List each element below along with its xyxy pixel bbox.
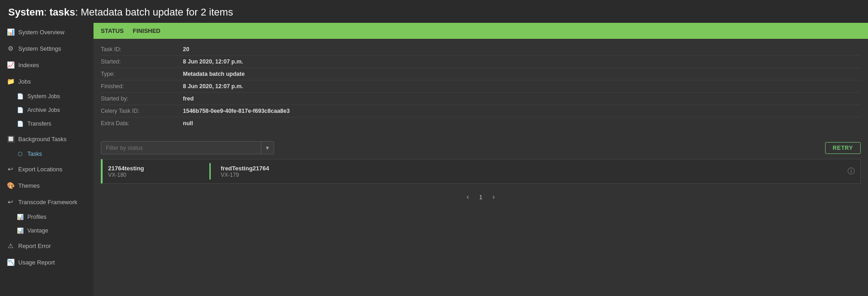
task-details: Task ID: 20 Started: 8 Jun 2020, 12:07 p… [94,39,868,134]
filter-by-status-input[interactable] [101,142,261,154]
system-overview-icon: 📊 [6,28,15,36]
sidebar-label-system-overview: System Overview [18,29,64,36]
export-locations-icon: ↩ [6,165,15,173]
pagination-prev-button[interactable]: ‹ [464,192,472,202]
main-content: Status FINISHED Task ID: 20 Started: 8 J… [94,23,868,296]
detail-row-finished: Finished: 8 Jun 2020, 12:07 p.m. [101,80,861,93]
detail-label-extra-data: Extra Data: [101,120,183,127]
sidebar-item-indexes[interactable]: 📈 Indexes [0,57,94,73]
sidebar-label-tasks: Tasks [27,151,42,157]
filter-row: ▾ RETRY [94,137,868,159]
detail-row-started-by: Started by: fred [101,93,861,105]
status-label: Status [101,27,124,34]
indexes-icon: 📈 [6,61,15,69]
sidebar-label-report-error: Report Error [18,243,51,249]
detail-label-started-by: Started by: [101,95,183,102]
sidebar-label-indexes: Indexes [18,62,39,69]
detail-row-type: Type: Metadata batch update [101,68,861,80]
item-name-2: fredTesting21764 [221,165,312,172]
detail-label-taskid: Task ID: [101,46,183,53]
sidebar-item-system-settings[interactable]: ⚙ System Settings [0,40,94,57]
sidebar-label-archive-jobs: Archive Jobs [27,107,60,113]
sidebar-label-system-jobs: System Jobs [27,93,60,100]
item-details-1: 21764testing VX-180 [108,165,199,178]
sidebar-label-vantage: Vantage [27,227,48,234]
detail-row-extra-data: Extra Data: null [101,117,861,129]
sidebar-item-archive-jobs[interactable]: 📄 Archive Jobs [0,103,94,117]
detail-row-started: Started: 8 Jun 2020, 12:07 p.m. [101,56,861,68]
vantage-icon: 📊 [16,227,24,234]
sidebar-item-themes[interactable]: 🎨 Themes [0,177,94,194]
pagination-next-button[interactable]: › [490,192,498,202]
items-list: 21764testing VX-180 fredTesting21764 VX-… [94,159,868,184]
background-tasks-icon: 🔲 [6,135,15,143]
transfers-icon: 📄 [16,120,24,127]
detail-label-started: Started: [101,58,183,65]
themes-icon: 🎨 [6,181,15,190]
item-id-1: VX-180 [108,172,199,178]
sidebar-item-transfers[interactable]: 📄 Transfers [0,117,94,131]
sidebar-label-transcode-framework: Transcode Framework [18,199,78,206]
detail-value-started-by: fred [183,95,194,102]
sidebar-item-vantage[interactable]: 📊 Vantage [0,224,94,238]
item-name-1: 21764testing [108,165,199,172]
sidebar: 📊 System Overview ⚙ System Settings 📈 In… [0,23,94,296]
page-title-tasks: tasks [50,6,75,18]
sidebar-label-profiles: Profiles [27,214,47,220]
filter-select-wrapper: ▾ [101,141,274,154]
sidebar-item-system-overview[interactable]: 📊 System Overview [0,24,94,40]
sidebar-item-background-tasks[interactable]: 🔲 Background Tasks [0,131,94,147]
info-icon[interactable]: ⓘ [847,167,855,176]
status-value: FINISHED [133,27,161,34]
item-id-2: VX-179 [221,172,312,178]
sidebar-item-tasks[interactable]: ⬡ Tasks [0,147,94,161]
page-title-desc: Metadata batch update for 2 items [81,6,233,18]
item-details-2: fredTesting21764 VX-179 [221,165,312,178]
sidebar-label-usage-report: Usage Report [18,259,55,266]
archive-jobs-icon: 📄 [16,106,24,114]
detail-value-started: 8 Jun 2020, 12:07 p.m. [183,58,243,65]
detail-row-celery-task: Celery Task ID: 1546b758-0ee9-40fe-817e-… [101,105,861,117]
sidebar-label-export-locations: Export Locations [18,166,62,173]
usage-report-icon: 📉 [6,258,15,266]
report-error-icon: ⚠ [6,242,15,250]
sidebar-item-report-error[interactable]: ⚠ Report Error [0,238,94,254]
status-bar: Status FINISHED [94,23,868,39]
pagination: ‹ 1 › [94,185,868,208]
detail-row-taskid: Task ID: 20 [101,43,861,56]
sidebar-item-export-locations[interactable]: ↩ Export Locations [0,161,94,177]
tasks-icon: ⬡ [16,150,24,158]
jobs-icon: 📁 [6,77,15,85]
sidebar-item-jobs[interactable]: 📁 Jobs [0,73,94,90]
detail-label-celery-task: Celery Task ID: [101,108,183,114]
sidebar-item-transcode-framework[interactable]: ↩ Transcode Framework [0,194,94,210]
pagination-current: 1 [475,193,486,201]
detail-label-type: Type: [101,71,183,77]
transcode-framework-icon: ↩ [6,198,15,206]
detail-label-finished: Finished: [101,83,183,90]
detail-value-finished: 8 Jun 2020, 12:07 p.m. [183,83,243,90]
system-jobs-icon: 📄 [16,93,24,100]
system-settings-icon: ⚙ [6,44,15,53]
detail-value-type: Metadata batch update [183,71,244,77]
profiles-icon: 📊 [16,213,24,221]
filter-dropdown-arrow[interactable]: ▾ [261,142,274,154]
detail-value-extra-data: null [183,120,193,127]
sidebar-label-transfers: Transfers [27,121,51,127]
item-separator-1 [209,163,211,180]
retry-button[interactable]: RETRY [825,142,861,154]
sidebar-label-jobs: Jobs [18,78,31,85]
detail-value-celery-task: 1546b758-0ee9-40fe-817e-f693c8caa8e3 [183,108,290,114]
sidebar-item-profiles[interactable]: 📊 Profiles [0,210,94,224]
sidebar-item-system-jobs[interactable]: 📄 System Jobs [0,90,94,103]
sidebar-label-themes: Themes [18,182,40,189]
sidebar-label-system-settings: System Settings [18,45,61,52]
detail-value-taskid: 20 [183,46,189,53]
sidebar-label-background-tasks: Background Tasks [18,136,67,143]
page-title-system: System [8,6,44,18]
page-title: System: tasks: Metadata batch update for… [0,0,868,23]
sidebar-item-usage-report[interactable]: 📉 Usage Report [0,254,94,270]
list-item: 21764testing VX-180 fredTesting21764 VX-… [101,159,861,184]
